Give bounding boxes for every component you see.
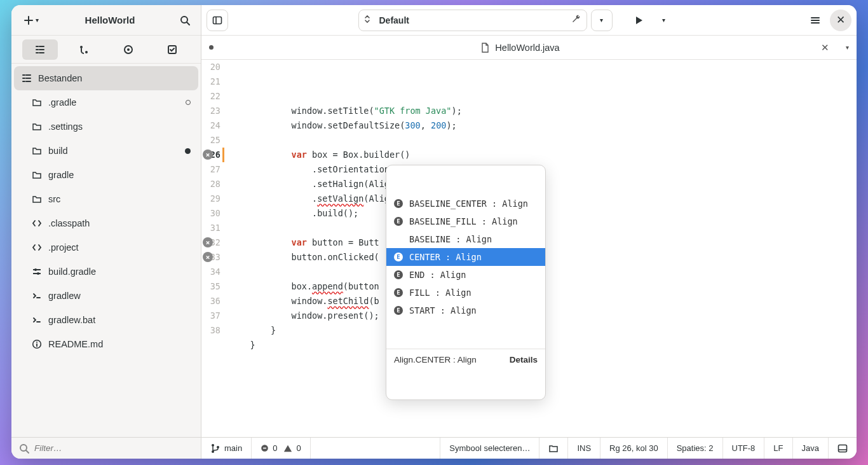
completion-item[interactable]: ESTART : Align (386, 302, 545, 319)
enum-icon: E (394, 306, 403, 315)
completion-item[interactable]: EFILL : Align (386, 284, 545, 302)
tree-item[interactable]: .project (14, 235, 198, 260)
file-tree: Bestanden.gradle.settingsbuildgradlesrc.… (11, 64, 201, 437)
status-diagnostics[interactable]: 0 0 (251, 438, 309, 459)
status-insert-mode[interactable]: INS (567, 438, 600, 459)
editor-tab[interactable]: HelloWorld.java (226, 43, 813, 53)
search-icon (19, 443, 29, 454)
main-area: Default ▾ ▾ ✕ HelloWorld.java ✕ (201, 5, 857, 459)
tree-item[interactable]: .settings (14, 115, 198, 139)
info-icon (32, 339, 42, 349)
status-eol[interactable]: LF (764, 438, 792, 459)
tree-item[interactable]: build.gradle (14, 260, 198, 284)
tree-item[interactable]: build (14, 139, 198, 163)
editor[interactable]: 202122232425×262728293031×32×33343536373… (201, 60, 857, 437)
tree-item[interactable]: gradlew.bat (14, 308, 198, 332)
svg-point-1 (80, 46, 83, 48)
status-spacer (310, 438, 440, 459)
svg-rect-16 (839, 445, 847, 452)
file-icon (480, 43, 490, 53)
tree-root[interactable]: Bestanden (14, 66, 198, 90)
updown-icon (364, 14, 370, 26)
folder-icon (32, 121, 42, 132)
tab-menu-button[interactable]: ▾ (846, 44, 849, 51)
sidebar-tab-todo[interactable] (154, 39, 190, 60)
status-language[interactable]: Java (792, 438, 828, 459)
tab-filename: HelloWorld.java (495, 43, 559, 53)
status-dot-icon (186, 100, 191, 105)
status-position[interactable]: Rg 26, kol 30 (600, 438, 667, 459)
folder-icon (32, 170, 42, 180)
error-badge-icon: × (203, 237, 213, 247)
status-indentation[interactable]: Spaties: 2 (667, 438, 722, 459)
code-area[interactable]: window.setTitle("GTK from Java"); window… (229, 60, 857, 437)
panel-icon (837, 443, 848, 454)
status-symbol[interactable]: Symbool selecteren… (440, 438, 539, 459)
status-branch[interactable]: main (201, 438, 251, 459)
completion-footer-text: Align.CENTER : Align (394, 352, 477, 367)
run-config-selector[interactable]: Default (358, 10, 587, 31)
list-icon (22, 73, 32, 83)
enum-icon: E (394, 199, 403, 208)
modified-indicator-icon (209, 45, 214, 50)
tree-item[interactable]: src (14, 187, 198, 211)
completion-item[interactable]: EBASELINE_CENTER : Align (386, 195, 545, 212)
branch-icon (210, 443, 220, 454)
wrench-icon (571, 14, 581, 26)
search-button[interactable] (174, 10, 196, 31)
editor-tabbar: HelloWorld.java ✕ ▾ (201, 36, 857, 60)
error-badge-icon: × (203, 252, 213, 262)
svg-point-12 (212, 444, 214, 447)
completion-details-button[interactable]: Details (510, 352, 538, 367)
completion-item[interactable]: BASELINE : Align (386, 230, 545, 248)
app-window: ▾ HelloWorld Bestanden.gradle.settingsbu… (11, 5, 857, 459)
tree-item[interactable]: .classpath (14, 211, 198, 235)
gutter: 202122232425×262728293031×32×33343536373… (201, 60, 229, 437)
status-dot-icon (185, 148, 191, 154)
status-panel-toggle[interactable] (828, 438, 857, 459)
completion-item[interactable]: ECENTER : Align (386, 248, 545, 266)
change-bar-icon (222, 148, 224, 162)
main-header: Default ▾ ▾ ✕ (201, 5, 857, 36)
svg-point-2 (85, 51, 88, 53)
tree-item[interactable]: gradle (14, 163, 198, 187)
filter-input[interactable] (34, 443, 193, 453)
folder-icon (32, 97, 42, 108)
completion-item[interactable]: EBASELINE_FILL : Align (386, 212, 545, 230)
toggle-sidebar-button[interactable] (207, 10, 228, 31)
svg-rect-11 (214, 17, 222, 24)
run-button[interactable] (628, 10, 649, 31)
term-icon (32, 291, 42, 301)
enum-icon: E (394, 270, 403, 279)
sidebar-tab-targets[interactable] (111, 39, 146, 60)
enum-icon: E (394, 253, 403, 261)
new-button[interactable]: ▾ (17, 10, 46, 31)
completion-popup: EBASELINE_CENTER : AlignEBASELINE_FILL :… (386, 165, 546, 400)
hamburger-button[interactable] (804, 10, 826, 31)
enum-icon: E (394, 217, 403, 226)
status-open-folder[interactable] (539, 438, 567, 459)
folder-icon (32, 194, 42, 204)
svg-point-14 (217, 446, 219, 448)
run-config-label: Default (379, 15, 409, 25)
sidebar-tab-vcs[interactable] (66, 39, 102, 60)
completion-item[interactable]: EEND : Align (386, 266, 545, 284)
tree-item[interactable]: .gradle (14, 90, 198, 115)
svg-point-7 (37, 272, 39, 275)
code-icon (32, 242, 42, 253)
code-icon (32, 218, 42, 228)
run-menu-button[interactable]: ▾ (653, 10, 675, 31)
project-title: HelloWorld (48, 15, 172, 25)
sidebar-header: ▾ HelloWorld (11, 5, 201, 36)
error-badge-icon: × (203, 149, 213, 160)
slider-icon (32, 267, 42, 277)
enum-icon: E (394, 288, 403, 297)
close-window-button[interactable]: ✕ (830, 10, 851, 31)
tab-close-button[interactable]: ✕ (821, 43, 829, 53)
tree-item[interactable]: README.md (14, 332, 198, 356)
config-menu-button[interactable]: ▾ (591, 10, 613, 31)
sidebar-tab-files[interactable] (22, 39, 58, 60)
status-encoding[interactable]: UTF-8 (722, 438, 764, 459)
sidebar-tabs (11, 36, 201, 64)
tree-item[interactable]: gradlew (14, 284, 198, 308)
